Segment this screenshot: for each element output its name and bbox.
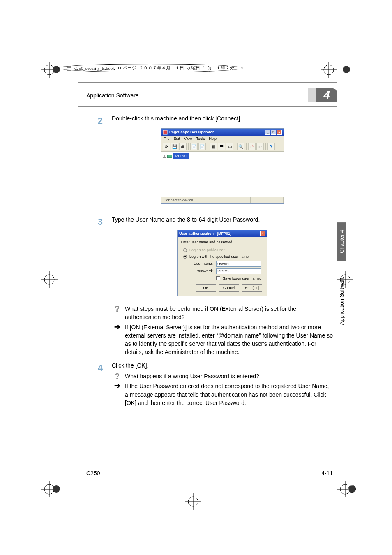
cancel-button[interactable]: Cancel bbox=[219, 284, 239, 292]
save-logon-checkbox-row[interactable]: Save logon user name. bbox=[216, 276, 264, 281]
status-text: Connect to device. bbox=[161, 197, 251, 204]
content-frame: Application Software 4 2 Double-click th… bbox=[78, 82, 337, 481]
username-label: User name: bbox=[192, 261, 213, 266]
reg-bead bbox=[52, 484, 61, 493]
app-icon bbox=[163, 130, 168, 135]
toolbar-button[interactable]: 💾 bbox=[171, 143, 178, 150]
help-button[interactable]: Help[F1] bbox=[242, 284, 262, 292]
toolbar: ⟳ 💾 🖶 📄 📄 ▦ ☰ ▭ 🔍 bbox=[161, 142, 284, 152]
menu-help[interactable]: Help bbox=[209, 136, 217, 141]
arrow-icon: ➔ bbox=[113, 382, 121, 407]
book-filename: c250_security_E.book bbox=[74, 66, 115, 71]
window-titlebar: PageScope Box Operator _ □ × bbox=[161, 129, 284, 136]
svg-rect-28 bbox=[163, 130, 167, 134]
chapter-number: 4 bbox=[316, 88, 337, 102]
book-page: 11 ページ bbox=[118, 65, 136, 71]
book-weekday: 水曜日 bbox=[187, 65, 200, 71]
radio-public-user: Log on as public user. bbox=[183, 247, 264, 253]
radio-specified-user[interactable]: Log on with the specified user name. bbox=[183, 254, 264, 259]
tree-node-label[interactable]: MFP01 bbox=[173, 153, 189, 159]
statusbar: Connect to device. bbox=[161, 197, 284, 204]
dialog-title: User authentication - [MFP01] bbox=[179, 231, 231, 236]
maximize-button[interactable]: □ bbox=[271, 130, 276, 135]
window-title: PageScope Box Operator bbox=[169, 130, 214, 135]
radio-label: Log on with the specified user name. bbox=[189, 254, 250, 259]
radio-icon bbox=[183, 255, 187, 259]
radio-icon bbox=[183, 248, 187, 252]
toolbar-button[interactable]: 🔍 bbox=[237, 143, 244, 150]
section-header: Application Software 4 bbox=[78, 83, 337, 107]
dialog-titlebar: User authentication - [MFP01] × bbox=[178, 230, 267, 237]
answer-block: ➔ If [ON (External Server)] is set for t… bbox=[113, 323, 333, 356]
menu-file[interactable]: File bbox=[164, 136, 170, 141]
step-text: Click the [OK]. bbox=[112, 361, 333, 370]
question-block: ? What happens if a wrong User Password … bbox=[113, 372, 333, 380]
book-info-header: c250_security_E.book 11 ページ ２００７年４月１１日 水… bbox=[58, 64, 334, 72]
toolbar-button[interactable]: ⟳ bbox=[163, 143, 170, 150]
password-input[interactable] bbox=[216, 268, 261, 274]
content-pane bbox=[210, 152, 284, 197]
side-tab-section: Application Software bbox=[337, 269, 346, 333]
answer-text: If the User Password entered does not co… bbox=[125, 382, 333, 407]
close-button[interactable]: × bbox=[260, 231, 265, 236]
toolbar-disconnect-button[interactable]: ⇄ bbox=[256, 143, 264, 150]
toolbar-connect-button[interactable]: ⇄ bbox=[248, 143, 256, 150]
toolbar-button[interactable]: 📄 bbox=[190, 143, 198, 150]
book-time: 午前１１時２分 bbox=[203, 65, 234, 71]
step-number: 3 bbox=[78, 215, 103, 358]
svg-rect-26 bbox=[67, 66, 71, 70]
step-2: 2 Double-click this machine and then cli… bbox=[78, 114, 337, 212]
question-text: What steps must be performed if ON (Exte… bbox=[125, 305, 333, 321]
footer-page: 4-11 bbox=[321, 470, 333, 476]
svg-point-22 bbox=[343, 66, 350, 73]
answer-block: ➔ If the User Password entered does not … bbox=[113, 382, 333, 407]
reg-mark bbox=[185, 493, 201, 510]
ok-button[interactable]: OK bbox=[196, 284, 216, 292]
reg-bead bbox=[348, 484, 357, 493]
book-icon bbox=[66, 65, 72, 71]
question-block: ? What steps must be performed if ON (Ex… bbox=[113, 305, 333, 321]
toolbar-button[interactable]: 🖶 bbox=[179, 143, 187, 150]
figure-box-operator: PageScope Box Operator _ □ × File Edit bbox=[112, 128, 333, 204]
toolbar-button[interactable]: ☰ bbox=[218, 143, 225, 150]
minimize-button[interactable]: _ bbox=[265, 130, 270, 135]
toolbar-help-button[interactable]: ? bbox=[267, 143, 275, 150]
step-number: 2 bbox=[78, 114, 103, 212]
section-title: Application Software bbox=[86, 92, 139, 99]
radio-label: Log on as public user. bbox=[189, 247, 226, 253]
svg-rect-29 bbox=[167, 155, 172, 158]
reg-bead bbox=[342, 65, 351, 74]
answer-text: If [ON (External Server)] is set for the… bbox=[125, 323, 333, 356]
tree-expand-icon[interactable]: + bbox=[163, 155, 166, 158]
footer-model: C250 bbox=[86, 470, 100, 476]
menu-edit[interactable]: Edit bbox=[174, 136, 180, 141]
step-4: 4 Click the [OK]. ? What happens if a wr… bbox=[78, 361, 337, 409]
username-input[interactable] bbox=[216, 261, 261, 267]
chapter-pill: 4 bbox=[308, 88, 337, 102]
arrow-icon: ➔ bbox=[113, 323, 121, 356]
toolbar-button[interactable]: ▦ bbox=[210, 143, 217, 150]
checkbox-label: Save logon user name. bbox=[223, 276, 261, 281]
password-label: Password: bbox=[192, 268, 213, 274]
toolbar-button[interactable]: ▭ bbox=[226, 143, 233, 150]
book-date: ２００７年４月１１日 bbox=[139, 65, 184, 71]
side-tabs: Chapter 4 Application Software bbox=[337, 222, 346, 333]
page-footer: C250 4-11 bbox=[86, 470, 333, 476]
step-text: Type the User Name and the 8-to-64-digit… bbox=[112, 215, 333, 224]
toolbar-button[interactable]: 📄 bbox=[198, 143, 206, 150]
dialog-instruction: Enter user name and password. bbox=[181, 240, 264, 245]
menu-view[interactable]: View bbox=[184, 136, 192, 141]
question-icon: ? bbox=[113, 372, 121, 380]
step-text: Double-click this machine and then click… bbox=[112, 114, 333, 123]
menubar: File Edit View Tools Help bbox=[161, 136, 284, 142]
menu-tools[interactable]: Tools bbox=[196, 136, 205, 141]
checkbox-icon[interactable] bbox=[216, 276, 220, 280]
step-3: 3 Type the User Name and the 8-to-64-dig… bbox=[78, 215, 337, 358]
reg-mark bbox=[41, 271, 58, 288]
figure-auth-dialog: User authentication - [MFP01] × Enter us… bbox=[112, 230, 333, 296]
side-tab-chapter: Chapter 4 bbox=[337, 222, 346, 261]
close-button[interactable]: × bbox=[277, 130, 282, 135]
step-number: 4 bbox=[78, 361, 103, 409]
svg-point-23 bbox=[53, 485, 60, 493]
question-text: What happens if a wrong User Password is… bbox=[125, 372, 333, 380]
